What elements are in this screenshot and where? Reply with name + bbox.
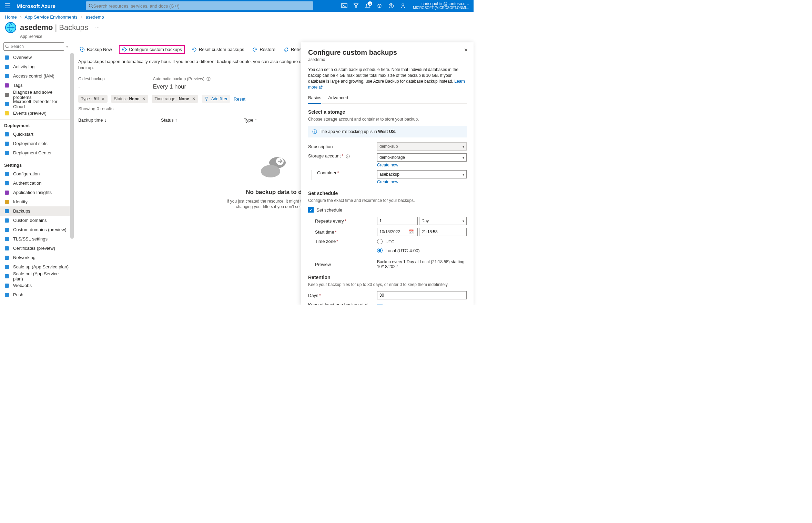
global-search-input[interactable] (93, 3, 311, 9)
calendar-icon[interactable]: 📅 (407, 229, 415, 234)
rocket-icon (4, 132, 10, 137)
svg-rect-39 (5, 293, 9, 297)
preview-value: Backup every 1 Day at Local (21:18:58) s… (377, 259, 467, 269)
subscription-select[interactable]: demo-sub▾ (377, 142, 467, 151)
col-type[interactable]: Type ↑ (244, 117, 285, 123)
sidebar-item-label: Scale out (App Service plan) (13, 271, 70, 281)
menu-button[interactable] (0, 3, 15, 8)
sidebar-search-input[interactable] (9, 44, 62, 49)
scaleup-icon (4, 264, 10, 270)
container-select[interactable]: asebackup▾ (377, 170, 467, 178)
start-time-label: Start time* (315, 229, 377, 235)
configure-custom-backups-button[interactable]: Configure custom backups (119, 45, 185, 54)
start-time-input[interactable] (419, 228, 467, 236)
sidebar-search[interactable] (3, 42, 64, 51)
help-icon[interactable]: ? (385, 0, 397, 12)
sidebar-item-activity-log[interactable]: Activity log (0, 62, 70, 71)
global-search[interactable] (86, 1, 313, 10)
breadcrumb-resource[interactable]: asedemo (85, 14, 104, 20)
sidebar-item-networking[interactable]: Networking (0, 253, 70, 262)
sidebar-item-custom-domains[interactable]: Custom domains (0, 216, 70, 225)
sidebar-item-diagnose-and-solve-problems[interactable]: Diagnose and solve problems (0, 90, 70, 99)
sidebar-item-custom-domains-preview-[interactable]: Custom domains (preview) (0, 225, 70, 234)
sidebar-item-tls-ssl-settings[interactable]: TLS/SSL settings (0, 234, 70, 244)
sidebar-item-events-preview-[interactable]: Events (preview) (0, 109, 70, 118)
feedback-icon[interactable] (397, 0, 409, 12)
tz-utc-radio[interactable] (377, 239, 383, 244)
auto-backup-label: Automatic backup (Preview) i (153, 76, 211, 81)
breadcrumb-home[interactable]: Home (5, 14, 17, 20)
account-menu[interactable]: chrisqpublic@contoso.c… MICROSOFT (MICRO… (409, 2, 474, 10)
filter-type[interactable]: Type : All ✕ (78, 95, 108, 103)
sidebar-item-push[interactable]: Push (0, 290, 70, 299)
backup-icon (4, 208, 10, 214)
account-email: chrisqpublic@contoso.c… (413, 2, 469, 6)
sidebar-item-scale-out-app-service-plan-[interactable]: Scale out (App Service plan) (0, 271, 70, 281)
page-title-row: asedemo | Backups ⋯ (0, 22, 474, 34)
sidebar-item-authentication[interactable]: Authentication (0, 178, 70, 188)
set-schedule-checkbox[interactable]: ✓ (308, 207, 314, 213)
settings-icon[interactable] (374, 0, 385, 12)
sidebar-item-access-control-iam-[interactable]: Access control (IAM) (0, 71, 70, 81)
chevron-down-icon: ▾ (463, 173, 464, 176)
create-new-storage-link[interactable]: Create new (377, 163, 398, 167)
domain-icon (4, 227, 10, 233)
col-backup-time[interactable]: Backup time ↓ (78, 117, 161, 123)
sidebar-item-label: Custom domains (preview) (13, 227, 67, 232)
close-icon[interactable]: ✕ (192, 96, 195, 101)
filter-icon[interactable] (350, 0, 362, 12)
add-filter-button[interactable]: Add filter (202, 95, 230, 103)
repeats-value-input[interactable] (377, 217, 418, 225)
close-panel-button[interactable]: ✕ (464, 47, 468, 53)
sidebar-item-label: Diagnose and solve problems (13, 90, 70, 100)
sidebar-item-deployment-slots[interactable]: Deployment slots (0, 139, 70, 148)
app-service-icon (5, 22, 17, 33)
sidebar-item-overview[interactable]: Overview (0, 53, 70, 62)
info-icon[interactable]: i (206, 77, 211, 81)
days-input[interactable] (377, 291, 467, 299)
info-icon[interactable]: i (346, 154, 350, 158)
svg-rect-5 (342, 3, 347, 8)
breadcrumb-ase[interactable]: App Service Environments (25, 14, 78, 20)
svg-text:i: i (347, 155, 348, 158)
restore-button[interactable]: Restore (251, 46, 277, 53)
configure-backups-panel: ✕ Configure custom backups asedemo You c… (301, 42, 474, 305)
sidebar-item-deployment-center[interactable]: Deployment Center (0, 148, 70, 157)
sidebar-item-identity[interactable]: Identity (0, 197, 70, 206)
notifications-icon[interactable]: 1 (362, 0, 374, 12)
sidebar-item-certificates-preview-[interactable]: Certificates (preview) (0, 244, 70, 253)
svg-rect-22 (5, 111, 9, 115)
sidebar-item-backups[interactable]: Backups (0, 206, 70, 216)
backup-now-button[interactable]: Backup Now (78, 46, 113, 53)
sidebar-item-configuration[interactable]: Configuration (0, 169, 70, 178)
filter-status[interactable]: Status : None ✕ (111, 95, 148, 103)
more-actions-button[interactable]: ⋯ (92, 25, 100, 30)
log-icon (4, 64, 10, 70)
tz-local-radio[interactable] (377, 248, 383, 253)
auto-backup-value: Every 1 hour (153, 83, 211, 90)
tab-basics[interactable]: Basics (308, 95, 321, 104)
col-status[interactable]: Status ↑ (161, 117, 244, 123)
sidebar-scrollbar[interactable] (70, 53, 74, 239)
sidebar-item-quickstart[interactable]: Quickstart (0, 130, 70, 139)
storage-account-select[interactable]: demo-storage▾ (377, 153, 467, 162)
reset-filters-link[interactable]: Reset (234, 96, 245, 102)
sidebar-item-application-insights[interactable]: Application Insights (0, 188, 70, 197)
filter-timerange[interactable]: Time range : None ✕ (152, 95, 198, 103)
sidebar-item-scale-up-app-service-plan-[interactable]: Scale up (App Service plan) (0, 262, 70, 271)
sidebar-item-tags[interactable]: Tags (0, 81, 70, 90)
lock-icon (4, 236, 10, 242)
create-new-container-link[interactable]: Create new (377, 180, 398, 184)
close-icon[interactable]: ✕ (101, 96, 105, 101)
sidebar-item-webjobs[interactable]: WebJobs (0, 281, 70, 290)
indent-line (312, 170, 316, 180)
repeats-unit-select[interactable]: Day▾ (419, 217, 467, 225)
start-date-input[interactable]: 10/18/2022📅 (377, 228, 418, 236)
sidebar-item-microsoft-defender-for-cloud[interactable]: Microsoft Defender for Cloud (0, 99, 70, 109)
keep-one-checkbox[interactable]: ✓ (377, 305, 383, 305)
close-icon[interactable]: ✕ (142, 96, 145, 101)
cloud-shell-icon[interactable] (338, 0, 350, 12)
collapse-sidebar-button[interactable]: « (64, 44, 70, 49)
reset-custom-backups-button[interactable]: Reset custom backups (190, 46, 246, 53)
tab-advanced[interactable]: Advanced (328, 95, 348, 103)
